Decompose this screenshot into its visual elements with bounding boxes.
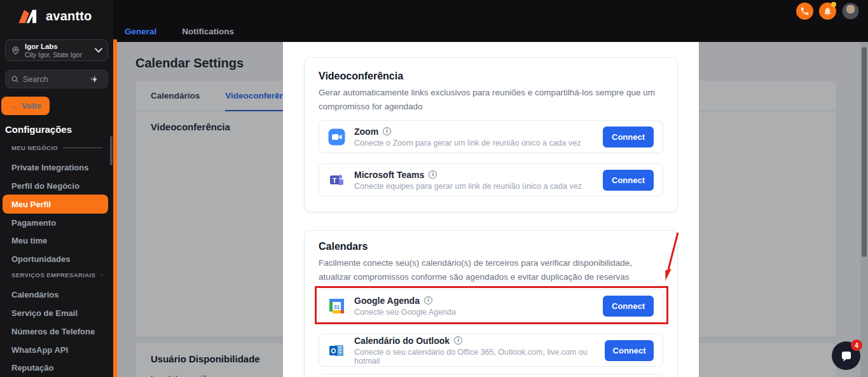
chat-bubble-icon [839, 348, 854, 364]
phone-button[interactable] [796, 3, 813, 20]
integration-description: Conecte o Zoom para gerar um link de reu… [354, 139, 581, 147]
integration-row-google-agenda: 31 Google Agenda i Conecte seu Google Ag… [319, 289, 663, 322]
connect-outlook-button[interactable]: Connect [605, 340, 654, 361]
calendars-card-description: Facilmente conecte seu(s) calendário(s) … [319, 256, 663, 284]
integration-row-partial [319, 374, 663, 377]
sidebar-section-meu-negocio: MEU NEGÓCIO [11, 144, 103, 151]
zoom-icon [328, 128, 345, 146]
integration-name: Google Agenda [354, 296, 420, 306]
bell-icon [823, 6, 832, 16]
integration-row-outlook: O Calendário do Outlook i Conecte o seu … [319, 334, 663, 367]
videoconference-card-description: Gerar automaticamente links exclusivos p… [319, 86, 663, 114]
microsoft-teams-icon: T [328, 172, 345, 189]
videoconference-card: Videoconferência Gerar automaticamente l… [304, 57, 678, 212]
phone-icon [800, 6, 809, 16]
avantto-logo-icon [17, 7, 41, 25]
brand-logo: avantto [17, 7, 92, 25]
notifications-button[interactable] [819, 3, 836, 20]
sidebar-item-reputacao[interactable]: Reputação [11, 363, 53, 373]
info-icon[interactable]: i [454, 336, 462, 345]
sidebar-item-private-integrations[interactable]: Private Integrations [11, 163, 88, 172]
location-pin-icon [11, 46, 20, 55]
integration-name: Calendário do Outlook [354, 336, 450, 346]
sidebar-search[interactable] [5, 70, 108, 88]
topbar: General Notifications [113, 0, 868, 42]
info-icon[interactable]: i [383, 127, 391, 135]
svg-text:O: O [331, 347, 336, 354]
sidebar-item-oportunidades[interactable]: Oportunidades [11, 254, 70, 264]
integration-description: Conecte equipes para gerar um link de re… [354, 182, 582, 191]
location-switcher[interactable]: Igor Labs City Igor, State Igor [5, 39, 108, 61]
integration-name: Zoom [354, 127, 378, 137]
info-icon[interactable]: i [429, 170, 437, 179]
integration-row-zoom: Zoom i Conecte o Zoom para gerar um link… [319, 120, 663, 153]
integration-description: Conecte o seu calendário do Office 365, … [354, 348, 605, 366]
accent-strip [113, 39, 117, 377]
back-arrow-icon: ← [10, 101, 18, 111]
settings-heading: Configurações [5, 124, 72, 135]
search-input[interactable] [23, 75, 86, 84]
sidebar: avantto Igor Labs City Igor, State Igor … [0, 0, 113, 377]
integration-row-microsoft-teams: T Microsoft Teams i Conecte equipes para… [319, 163, 663, 196]
tab-notifications[interactable]: Notifications [182, 27, 234, 36]
sidebar-item-pagamento[interactable]: Pagamento [11, 218, 56, 228]
bell-badge [831, 2, 836, 7]
connect-zoom-button[interactable]: Connect [603, 127, 654, 147]
chevron-down-icon [95, 48, 102, 53]
sidebar-item-numeros-de-telefone[interactable]: Números de Telefone [11, 327, 95, 336]
calendars-card-title: Calendars [319, 241, 663, 252]
google-calendar-icon: 31 [328, 298, 345, 315]
sidebar-item-servico-de-email[interactable]: Serviço de Email [11, 308, 78, 318]
outlook-icon: O [328, 342, 345, 359]
location-subtitle: City Igor, State Igor [25, 51, 82, 58]
search-icon [11, 75, 19, 83]
svg-text:T: T [333, 177, 336, 184]
chat-unread-badge: 4 [851, 339, 862, 351]
connect-teams-button[interactable]: Connect [603, 170, 654, 191]
tab-general[interactable]: General [125, 27, 156, 36]
sidebar-item-calendarios[interactable]: Calendários [11, 290, 59, 299]
chat-launcher-button[interactable]: 4 [832, 341, 860, 370]
info-icon[interactable]: i [424, 296, 432, 305]
location-name: Igor Labs [25, 43, 82, 51]
back-button[interactable]: ← Volte [1, 97, 50, 115]
topbar-icon-group [796, 3, 859, 20]
user-avatar[interactable] [842, 3, 859, 20]
svg-text:31: 31 [333, 303, 340, 310]
quick-action-bolt-icon [90, 75, 99, 84]
sidebar-item-whatsapp-api[interactable]: WhatsApp API [11, 345, 68, 355]
integration-name: Microsoft Teams [354, 170, 424, 180]
section-divider [100, 275, 103, 275]
integration-description: Conecte seu Google Agenda [354, 308, 456, 317]
topbar-tabs: General Notifications [125, 27, 234, 36]
brand-logo-text: avantto [46, 9, 92, 24]
back-button-label: Volte [22, 101, 41, 111]
sidebar-section-servicos-empresariais: SERVIÇOS EMPRESARIAIS [11, 271, 103, 278]
sidebar-item-meu-time[interactable]: Meu time [11, 236, 47, 245]
calendars-card: Calendars Facilmente conecte seu(s) cale… [304, 230, 678, 377]
sidebar-scrollbar-thumb[interactable] [110, 136, 113, 165]
videoconference-card-title: Videoconferência [319, 71, 663, 82]
section-divider [63, 147, 103, 148]
sidebar-item-meu-perfil[interactable]: Meu Perfil [3, 195, 108, 214]
connect-google-agenda-button[interactable]: Connect [603, 296, 654, 317]
integrations-modal: Videoconferência Gerar automaticamente l… [283, 42, 699, 377]
sidebar-item-perfil-do-negocio[interactable]: Perfil do Negócio [11, 181, 79, 191]
